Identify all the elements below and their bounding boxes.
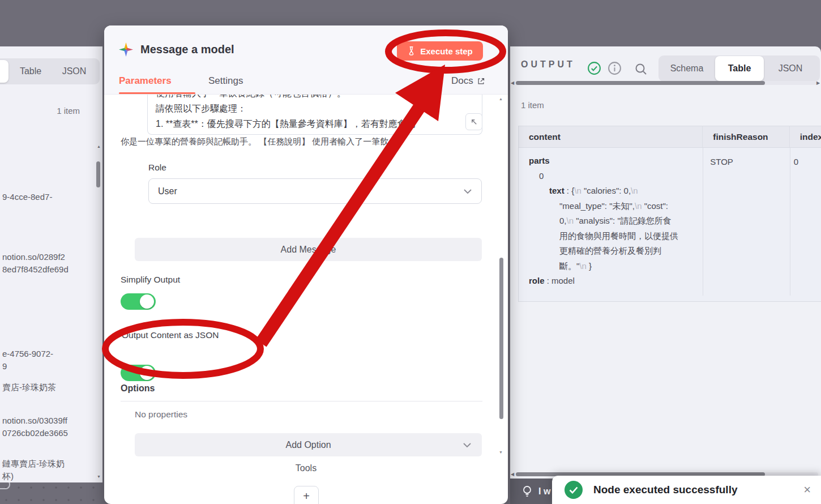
cell-finishreason: STOP — [703, 148, 789, 296]
list-item[interactable]: 賣店-珍珠奶茶 — [2, 381, 56, 394]
external-link-icon — [477, 77, 485, 86]
success-check-icon — [587, 61, 601, 75]
list-item[interactable]: 鏈專賣店-珍珠奶杯) — [2, 458, 65, 482]
modal-scrollbar-thumb[interactable] — [499, 258, 503, 419]
divider — [121, 401, 482, 402]
add-message-button[interactable]: Add Message — [135, 238, 482, 261]
add-option-button[interactable]: Add Option — [135, 433, 482, 456]
output-table-row[interactable]: parts 0 text : {\n "calories": 0,\n "mea… — [519, 148, 821, 296]
toggle-knob — [140, 294, 154, 309]
gemini-icon — [119, 42, 133, 57]
role-select[interactable]: User — [148, 178, 482, 204]
toast-message: Node executed successfully — [593, 484, 803, 496]
search-icon[interactable] — [634, 62, 648, 76]
output-view-switcher: Schema Table JSON — [658, 55, 820, 82]
cell-index: 0 — [790, 148, 821, 296]
column-header-content[interactable]: content — [519, 132, 702, 142]
feedback-bar-text: I w — [538, 486, 550, 497]
input-tab-table[interactable]: Table — [8, 61, 53, 82]
role-label: Role — [148, 163, 166, 173]
output-table-header: content finishReason index — [519, 126, 821, 148]
info-icon[interactable] — [608, 61, 622, 75]
prompt-preview: 你是一位專業的營養師與記帳助手。 【任務說明】 使用者輸入了一筆飲… — [121, 136, 483, 147]
scroll-down-icon[interactable]: ▼ — [499, 450, 503, 454]
scroll-down-icon[interactable]: ▼ — [97, 475, 101, 479]
list-item[interactable]: e-4756-9072-9 — [2, 348, 53, 373]
output-panel: OUTPUT Schema Table JSON ◀ ▶ 1 item cont… — [510, 46, 821, 479]
output-panel-title: OUTPUT — [521, 59, 575, 70]
toast-success-icon — [565, 481, 583, 499]
output-tab-json[interactable]: JSON — [764, 58, 817, 79]
execute-step-button[interactable]: Execute step — [397, 41, 483, 61]
lightbulb-icon — [521, 485, 533, 498]
prompt-expression-box[interactable]: 使用者輸入了一筆飲食紀錄（可能包含價格）。 請依照以下步驟處理： 1. **查表… — [147, 91, 482, 135]
output-hscrollbar[interactable] — [516, 81, 818, 85]
add-tool-button[interactable]: + — [294, 486, 319, 504]
expand-icon — [471, 118, 478, 126]
list-item[interactable]: notion.so/03039ff0726cb02de3665 — [2, 415, 68, 439]
chevron-down-icon — [463, 442, 472, 448]
simplify-output-label: Simplify Output — [121, 275, 180, 285]
input-view-switcher: Table JSON — [0, 58, 100, 84]
output-item-count: 1 item — [521, 100, 544, 110]
column-header-finishreason[interactable]: finishReason — [702, 126, 789, 147]
cell-content: parts 0 text : {\n "calories": 0,\n "mea… — [519, 148, 703, 296]
input-tab-schema[interactable] — [0, 60, 8, 83]
n8n-workflow-screen: { "colors": { "annotation_red": "#d31111… — [0, 0, 821, 504]
modal-header: Message a model Execute step Parameters … — [104, 25, 508, 95]
scroll-right-icon[interactable]: ▶ — [816, 81, 820, 85]
simplify-output-toggle[interactable] — [121, 293, 156, 310]
output-json-label: Output Content as JSON — [122, 330, 219, 340]
chevron-down-icon — [463, 189, 472, 194]
tab-settings[interactable]: Settings — [208, 75, 243, 87]
scroll-up-icon[interactable]: ▲ — [499, 97, 503, 101]
column-header-index[interactable]: index — [789, 126, 821, 147]
flask-icon — [407, 46, 416, 55]
scroll-left-icon[interactable]: ◀ — [511, 81, 514, 85]
modal-title: Message a model — [140, 43, 234, 56]
output-tab-schema[interactable]: Schema — [658, 58, 715, 79]
list-item[interactable]: 9-4cce-8ed7- — [2, 191, 52, 203]
toggle-knob — [140, 366, 154, 380]
output-table: content finishReason index parts 0 text … — [518, 126, 821, 302]
scroll-left-icon[interactable]: ◀ — [511, 472, 514, 476]
node-settings-modal: Message a model Execute step Parameters … — [104, 25, 508, 504]
close-icon[interactable]: × — [803, 482, 811, 497]
tools-section-title: Tools — [104, 463, 508, 473]
output-json-toggle[interactable] — [121, 365, 156, 381]
tab-underline — [119, 92, 195, 94]
list-item[interactable]: notion.so/0289f28ed7f8452dfe69d — [2, 251, 69, 276]
input-tab-json[interactable]: JSON — [53, 61, 96, 82]
scroll-up-icon[interactable]: ▲ — [97, 144, 101, 148]
no-properties-text: No properties — [135, 409, 187, 420]
options-section-title: Options — [121, 383, 155, 394]
docs-link[interactable]: Docs — [451, 75, 485, 87]
expand-expression-button[interactable] — [465, 113, 482, 130]
tab-parameters[interactable]: Parameters — [119, 75, 172, 87]
toast-notification: Node executed successfully × — [552, 476, 821, 504]
input-scrollbar-thumb[interactable] — [96, 161, 100, 187]
output-tab-table[interactable]: Table — [715, 56, 764, 81]
input-item-count: 1 item — [0, 106, 80, 116]
input-panel: Table JSON 1 item ▲ ▼ 9-4cce-8ed7- notio… — [0, 46, 102, 482]
